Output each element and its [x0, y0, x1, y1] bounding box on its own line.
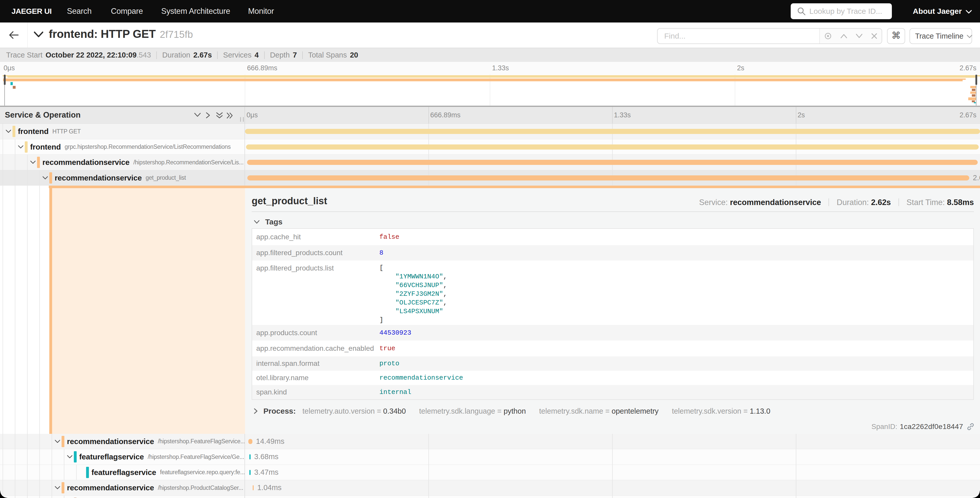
- tag-key: internal.span.format: [252, 356, 379, 371]
- span-timeline-cell[interactable]: 14.49ms: [245, 434, 980, 449]
- span-timeline-cell[interactable]: [245, 496, 980, 498]
- span-name-cell[interactable]: featureflagservicefeatureflagservice.rep…: [0, 465, 245, 480]
- service-color-bar: [37, 157, 40, 168]
- span-duration-bar[interactable]: [253, 485, 254, 490]
- timeline-gridline: [428, 465, 429, 480]
- process-value: python: [504, 407, 526, 415]
- process-value: opentelemetry: [612, 407, 659, 415]
- span-name-cell[interactable]: recommendationservice/hipstershop.Featur…: [0, 434, 245, 449]
- tag-row[interactable]: app.recommendation.cache_enabledtrue: [252, 340, 974, 356]
- span-name-text: recommendationserviceget_product_list: [55, 170, 245, 185]
- span-row[interactable]: featureflagservicefeatureflagservice.rep…: [0, 465, 980, 480]
- span-service-name: frontend: [30, 143, 61, 152]
- indent-guide: [27, 434, 28, 449]
- indent-guide: [39, 449, 40, 464]
- indent-guide: [27, 480, 28, 495]
- span-row[interactable]: recommendationservice/hipstershop.Produc…: [0, 480, 980, 496]
- span-service-name: recommendationservice: [67, 437, 154, 446]
- tags-table: app.cache_hitfalseapp.filtered_products.…: [251, 228, 974, 400]
- span-name-text: frontendHTTP GET: [18, 124, 245, 139]
- tag-row[interactable]: otel.library.namerecommendationservice: [252, 371, 974, 385]
- span-name-cell[interactable]: recommendationservice/hipstershop.Produc…: [0, 480, 245, 496]
- indent-guide: [15, 155, 15, 170]
- indent-guide: [39, 480, 40, 495]
- process-value: 1.13.0: [750, 407, 770, 415]
- tag-value: proto: [379, 356, 399, 371]
- indent-guide: [52, 480, 52, 495]
- row-collapse-chevron-icon[interactable]: [5, 129, 11, 134]
- process-key: telemetry.sdk.language: [419, 407, 495, 415]
- span-name-text: featureflagservice/hipstershop.FeatureFl…: [79, 449, 245, 464]
- row-collapse-chevron-icon[interactable]: [54, 486, 60, 491]
- row-collapse-chevron-icon[interactable]: [67, 455, 73, 460]
- tag-row[interactable]: app.filtered_products.count8: [252, 245, 974, 260]
- span-row[interactable]: recommendationserviceget_product_list2.6…: [0, 170, 980, 185]
- span-duration-label: 3.68ms: [254, 452, 278, 461]
- indent-guide: [15, 465, 15, 480]
- span-duration-bar[interactable]: [246, 144, 979, 150]
- tag-row[interactable]: span.kindinternal: [252, 385, 974, 399]
- span-service-name: featureflagservice: [79, 452, 144, 461]
- span-duration-bar[interactable]: [249, 470, 251, 475]
- tag-row[interactable]: app.cache_hitfalse: [252, 229, 974, 245]
- row-collapse-chevron-icon[interactable]: [54, 439, 60, 445]
- span-timeline-cell[interactable]: 3.47ms: [245, 465, 980, 480]
- span-duration-bar[interactable]: [247, 176, 969, 180]
- divider: [251, 211, 974, 212]
- span-timeline-cell[interactable]: 1.04ms: [245, 480, 980, 496]
- span-name-cell[interactable]: featureflagservice/hipstershop.FeatureFl…: [0, 449, 245, 465]
- tag-row[interactable]: app.products.count44530923: [252, 325, 974, 340]
- indent-guide: [64, 449, 64, 464]
- copy-link-icon[interactable]: [967, 423, 974, 431]
- tag-value: recommendationservice: [379, 371, 463, 385]
- span-name-cell[interactable]: recommendationservice/hipstershop.Recomm…: [0, 155, 245, 170]
- span-name-cell[interactable]: frontendHTTP GET: [0, 124, 245, 139]
- row-collapse-chevron-icon[interactable]: [30, 160, 36, 165]
- span-timeline-cell[interactable]: 2.62s: [245, 170, 980, 185]
- span-timeline-cell[interactable]: [245, 155, 980, 170]
- indent-guide: [27, 170, 28, 185]
- span-name-cell[interactable]: productcatalogservice: [0, 496, 245, 498]
- span-timeline-cell[interactable]: 3.68ms: [245, 449, 980, 465]
- indent-guide: [3, 465, 3, 480]
- span-operation-name: /hipstershop.FeatureFlagService...: [158, 438, 245, 445]
- service-color-bar: [49, 172, 52, 184]
- span-row[interactable]: productcatalogservice: [0, 496, 980, 498]
- timeline-gridline: [428, 434, 429, 449]
- span-name-cell[interactable]: frontendgrpc.hipstershop.RecommendationS…: [0, 139, 245, 155]
- span-duration-bar[interactable]: [248, 439, 252, 444]
- row-collapse-chevron-icon[interactable]: [42, 176, 48, 181]
- tag-value: internal: [379, 385, 411, 399]
- row-collapse-chevron-icon[interactable]: [18, 145, 24, 150]
- detail-indent-guides: [0, 185, 49, 434]
- span-detail-title: get_product_list: [251, 196, 327, 207]
- span-timeline-cell[interactable]: [245, 124, 980, 139]
- span-name-cell[interactable]: recommendationserviceget_product_list: [0, 170, 245, 185]
- span-row[interactable]: frontendgrpc.hipstershop.RecommendationS…: [0, 139, 980, 155]
- span-row[interactable]: frontendHTTP GET: [0, 124, 980, 139]
- span-row[interactable]: featureflagservice/hipstershop.FeatureFl…: [0, 449, 980, 465]
- timeline-gridline: [796, 480, 796, 495]
- start-time-label: Start Time:: [907, 198, 945, 207]
- span-timeline-cell[interactable]: [245, 139, 980, 155]
- equals-sign: =: [497, 407, 501, 415]
- span-row[interactable]: recommendationservice/hipstershop.Recomm…: [0, 155, 980, 170]
- span-service-name: frontend: [18, 127, 49, 136]
- tag-key: app.filtered_products.count: [252, 245, 379, 260]
- span-duration-bar[interactable]: [247, 160, 978, 165]
- process-key: telemetry.auto.version: [302, 407, 375, 415]
- tags-accordion-toggle[interactable]: Tags: [253, 217, 283, 226]
- tag-row[interactable]: app.filtered_products.list[ "1YMWWN1N4O"…: [252, 260, 974, 325]
- span-detail-row: get_product_list Service: recommendation…: [0, 185, 980, 434]
- span-duration-bar[interactable]: [245, 129, 980, 134]
- chevron-right-icon: [253, 408, 258, 414]
- service-value: recommendationservice: [730, 198, 821, 207]
- indent-guide: [3, 170, 3, 185]
- span-duration-bar[interactable]: [249, 454, 251, 460]
- process-accordion-toggle[interactable]: Process: telemetry.auto.version=0.34b0te…: [253, 407, 770, 415]
- indent-guide: [3, 124, 3, 139]
- span-row[interactable]: recommendationservice/hipstershop.Featur…: [0, 434, 980, 449]
- equals-sign: =: [377, 407, 381, 415]
- equals-sign: =: [605, 407, 609, 415]
- tag-row[interactable]: internal.span.formatproto: [252, 356, 974, 371]
